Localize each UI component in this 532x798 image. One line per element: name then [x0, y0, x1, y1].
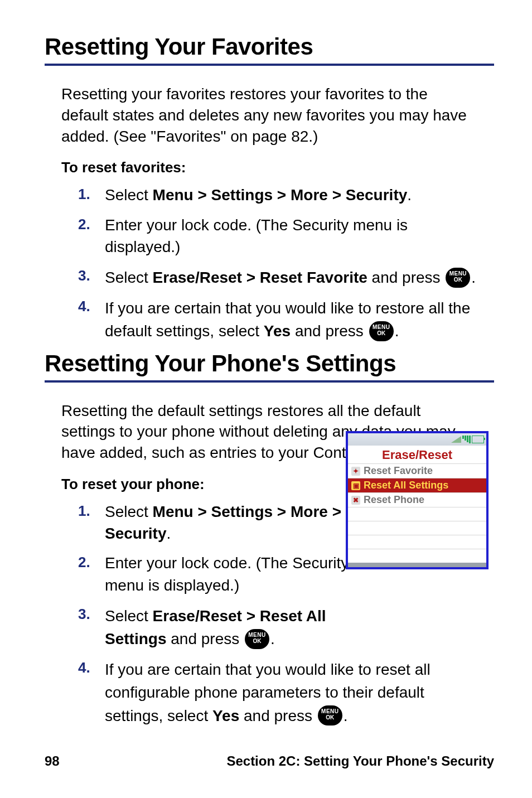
step-number: 2.	[78, 214, 90, 234]
step-number: 3.	[78, 265, 90, 286]
step-4: 4. If you are certain that you would lik…	[78, 296, 477, 342]
step-text: and press	[239, 707, 317, 724]
menu-item-label: Reset All Settings	[364, 480, 448, 491]
step-text: Select	[105, 607, 153, 625]
page-footer: 98 Section 2C: Setting Your Phone's Secu…	[45, 753, 494, 769]
step-bold: Yes	[212, 707, 239, 724]
menu-item-label: Reset Favorite	[364, 465, 433, 477]
steps-phone-settings: 1. Select Menu > Settings > More > Secur…	[78, 501, 351, 650]
step-text: Enter your lock code. (The Security menu…	[105, 554, 349, 593]
intro-favorites: Resetting your favorites restores your f…	[61, 84, 477, 147]
step-4: 4. If you are certain that you would lik…	[78, 657, 477, 727]
phone-empty-rows	[348, 507, 486, 563]
menu-item-icon: ✖	[351, 496, 360, 505]
step-bold: Erase/Reset > Reset Favorite	[153, 269, 367, 286]
phone-status-bar	[348, 433, 486, 446]
lead-favorites: To reset favorites:	[61, 159, 477, 176]
phone-softkey-bar	[348, 563, 486, 567]
step-2: 2. Enter your lock code. (The Security m…	[78, 552, 351, 596]
signal-bars-icon	[462, 436, 471, 443]
step-text: .	[167, 525, 171, 542]
menu-ok-icon: MENUOK	[369, 321, 394, 341]
step-text: and press	[166, 630, 244, 647]
step-bold: Yes	[264, 322, 291, 340]
step-text: Enter your lock code. (The Security menu…	[105, 216, 408, 255]
phone-menu-item-reset-all-settings[interactable]: ▣ Reset All Settings	[348, 478, 486, 492]
step-text: Select	[105, 269, 153, 286]
step-text: .	[344, 707, 348, 724]
step-number: 1.	[78, 501, 90, 521]
step-bold: Menu > Settings > More > Security	[153, 186, 408, 204]
heading-resetting-phone-settings: Resetting Your Phone's Settings	[45, 350, 494, 377]
phone-screenshot: Erase/Reset ✦ Reset Favorite ▣ Reset All…	[346, 431, 489, 569]
battery-icon	[472, 436, 484, 443]
step-text: Select	[105, 503, 153, 520]
menu-item-label: Reset Phone	[364, 494, 424, 506]
menu-ok-icon: MENUOK	[446, 268, 470, 288]
step-text: and press	[367, 269, 445, 286]
step-3: 3. Select Erase/Reset > Reset All Settin…	[78, 604, 351, 650]
rule	[45, 380, 494, 383]
phone-menu-title: Erase/Reset	[348, 446, 486, 463]
step-number: 4.	[78, 296, 90, 316]
step-number: 4.	[78, 657, 90, 678]
steps-phone-settings-cont: 4. If you are certain that you would lik…	[78, 657, 477, 727]
signal-icon	[451, 436, 461, 443]
menu-ok-icon: MENUOK	[318, 705, 342, 726]
step-2: 2. Enter your lock code. (The Security m…	[78, 214, 477, 258]
heading-resetting-favorites: Resetting Your Favorites	[45, 33, 494, 60]
page-number: 98	[45, 753, 60, 769]
step-text: and press	[291, 322, 368, 340]
steps-favorites: 1. Select Menu > Settings > More > Secur…	[78, 184, 477, 342]
step-3: 3. Select Erase/Reset > Reset Favorite a…	[78, 265, 477, 288]
step-1: 1. Select Menu > Settings > More > Secur…	[78, 501, 351, 544]
rule	[45, 64, 494, 66]
step-1: 1. Select Menu > Settings > More > Secur…	[78, 184, 477, 206]
footer-section-label: Section 2C: Setting Your Phone's Securit…	[226, 753, 494, 769]
step-number: 1.	[78, 184, 90, 204]
step-text: .	[471, 269, 476, 286]
phone-menu-item-reset-phone[interactable]: ✖ Reset Phone	[348, 492, 486, 507]
menu-item-icon: ✦	[351, 467, 360, 476]
step-number: 3.	[78, 604, 90, 624]
step-text: .	[395, 322, 399, 340]
step-number: 2.	[78, 552, 90, 572]
phone-menu-item-reset-favorite[interactable]: ✦ Reset Favorite	[348, 463, 486, 478]
step-text: .	[270, 630, 275, 647]
menu-ok-icon: MENUOK	[245, 629, 269, 649]
menu-item-icon: ▣	[351, 481, 360, 490]
step-text: .	[407, 186, 412, 204]
step-text: Select	[105, 186, 153, 204]
